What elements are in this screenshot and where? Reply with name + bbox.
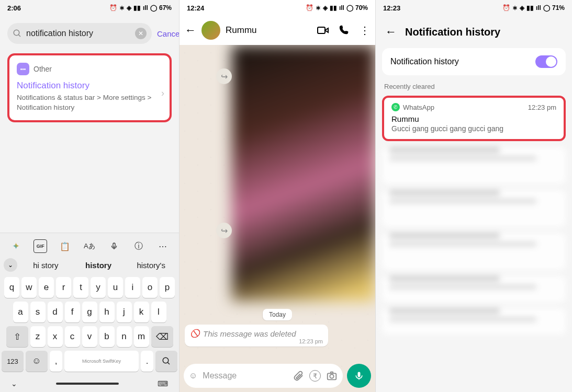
- attach-icon[interactable]: [293, 370, 304, 382]
- nav-pill[interactable]: [56, 383, 119, 385]
- emoji-icon[interactable]: ☺: [189, 371, 197, 381]
- clear-search-button[interactable]: ✕: [135, 28, 147, 39]
- chat-header: ← Rummu ⋮: [180, 16, 375, 45]
- svg-point-7: [330, 374, 333, 378]
- key-c[interactable]: c: [65, 326, 80, 347]
- blurred-notification-card: [382, 190, 566, 227]
- clipboard-icon[interactable]: 📋: [58, 239, 72, 253]
- key-p[interactable]: p: [160, 277, 175, 298]
- toggle-card[interactable]: Notification history: [382, 48, 566, 75]
- rupee-icon[interactable]: ₹: [309, 370, 321, 382]
- key-o[interactable]: o: [142, 277, 158, 298]
- more-icon[interactable]: ⋯: [156, 239, 170, 253]
- key-w[interactable]: w: [21, 277, 37, 298]
- toggle-switch[interactable]: [535, 55, 557, 68]
- numbers-key[interactable]: 123: [2, 351, 24, 372]
- search-result-notification-history[interactable]: ••• Other Notification history Notificat…: [7, 53, 172, 122]
- back-icon[interactable]: ←: [385, 25, 397, 39]
- key-k[interactable]: k: [134, 302, 149, 322]
- back-icon[interactable]: ←: [185, 24, 196, 37]
- key-i[interactable]: i: [125, 277, 140, 298]
- key-u[interactable]: u: [108, 277, 123, 298]
- key-a[interactable]: a: [13, 302, 28, 322]
- keyboard-switch-icon[interactable]: ⌨: [158, 379, 168, 388]
- gif-icon[interactable]: GIF: [33, 239, 47, 253]
- info-icon[interactable]: ⓘ: [132, 239, 145, 253]
- translate-icon[interactable]: Aあ: [83, 239, 96, 253]
- chat-body[interactable]: ↪ ↪ Today 🚫 This message was deleted 12:…: [180, 45, 375, 392]
- bluetooth-icon: ∗: [119, 4, 125, 11]
- mic-button[interactable]: [347, 364, 371, 388]
- deleted-message-bubble[interactable]: 🚫 This message was deleted 12:23 pm: [185, 325, 328, 347]
- bluetooth-icon: ∗: [512, 4, 518, 11]
- wifi-icon: ◈: [520, 4, 524, 11]
- key-m[interactable]: m: [134, 326, 149, 347]
- notification-card-whatsapp[interactable]: ✆ WhatsApp 12:23 pm Rummu Gucci gang guc…: [382, 96, 566, 141]
- key-d[interactable]: d: [48, 302, 63, 322]
- comma-key[interactable]: ,: [50, 351, 62, 372]
- keyboard[interactable]: ✦ GIF 📋 Aあ ⓘ ⋯ ⌄ hi story history histor…: [0, 233, 179, 392]
- key-h[interactable]: h: [99, 302, 115, 322]
- search-pill[interactable]: ✕: [7, 23, 152, 44]
- key-v[interactable]: v: [82, 326, 97, 347]
- input-placeholder: Message: [203, 371, 287, 381]
- copilot-icon[interactable]: ✦: [9, 239, 23, 253]
- key-x[interactable]: x: [48, 326, 63, 347]
- cancel-link[interactable]: Cancel: [157, 29, 182, 38]
- suggestion-3[interactable]: history's: [127, 261, 175, 270]
- notification-app: WhatsApp: [403, 103, 525, 111]
- battery-percent: 71%: [552, 4, 565, 11]
- forward-icon[interactable]: ↪: [216, 68, 232, 84]
- search-key[interactable]: [155, 351, 177, 372]
- battery-percent: 70%: [355, 4, 368, 11]
- collapse-icon[interactable]: ⌄: [4, 258, 17, 272]
- key-l[interactable]: l: [151, 302, 166, 322]
- signal2-icon: ıll: [536, 4, 541, 11]
- period-key[interactable]: .: [141, 351, 153, 372]
- search-input[interactable]: [26, 29, 131, 38]
- key-y[interactable]: y: [91, 277, 106, 298]
- chat-contact-name[interactable]: Rummu: [226, 25, 311, 36]
- chat-input[interactable]: ☺ Message ₹: [184, 364, 343, 388]
- key-r[interactable]: r: [56, 277, 71, 298]
- category-icon: •••: [17, 63, 29, 75]
- blurred-notification-card: [382, 147, 566, 184]
- key-j[interactable]: j: [117, 302, 132, 322]
- camera-icon[interactable]: [326, 370, 338, 382]
- result-category: Other: [33, 65, 52, 73]
- nav-caret-icon[interactable]: ⌄: [11, 379, 17, 388]
- page-body[interactable]: Notification history Recently cleared ✆ …: [376, 43, 572, 392]
- notification-body: Gucci gang gucci gang gucci gang: [391, 124, 556, 133]
- key-t[interactable]: t: [73, 277, 88, 298]
- forward-icon[interactable]: ↪: [216, 223, 232, 238]
- key-s[interactable]: s: [30, 302, 46, 322]
- key-e[interactable]: e: [39, 277, 54, 298]
- svg-point-3: [163, 358, 169, 363]
- suggestion-1[interactable]: hi story: [21, 261, 70, 270]
- video-call-icon[interactable]: [317, 24, 329, 37]
- key-g[interactable]: g: [82, 302, 97, 322]
- key-b[interactable]: b: [99, 326, 115, 347]
- bluetooth-icon: ∗: [316, 4, 321, 11]
- key-z[interactable]: z: [30, 326, 46, 347]
- whatsapp-icon: ✆: [391, 103, 400, 111]
- voice-call-icon[interactable]: [339, 25, 350, 36]
- avatar[interactable]: [201, 21, 220, 40]
- emoji-key[interactable]: ☺: [26, 351, 48, 372]
- status-icons: ⏰ ∗ ◈ ▮▮ ıll ◯ 70%: [306, 4, 368, 11]
- signal2-icon: ıll: [339, 4, 344, 11]
- mic-icon[interactable]: [107, 239, 121, 253]
- suggestion-2[interactable]: history: [74, 261, 123, 270]
- key-n[interactable]: n: [117, 326, 132, 347]
- signal2-icon: ıll: [143, 4, 148, 11]
- key-f[interactable]: f: [65, 302, 80, 322]
- backspace-key[interactable]: ⌫: [151, 326, 173, 347]
- key-q[interactable]: q: [4, 277, 19, 298]
- keyboard-toolbar: ✦ GIF 📋 Aあ ⓘ ⋯: [2, 236, 177, 258]
- no-entry-icon: 🚫: [190, 329, 200, 338]
- shift-key[interactable]: ⇧: [6, 326, 28, 347]
- svg-line-1: [18, 34, 20, 37]
- svg-line-4: [167, 362, 170, 364]
- more-vert-icon[interactable]: ⋮: [360, 24, 370, 37]
- space-key[interactable]: Microsoft SwiftKey: [64, 351, 139, 372]
